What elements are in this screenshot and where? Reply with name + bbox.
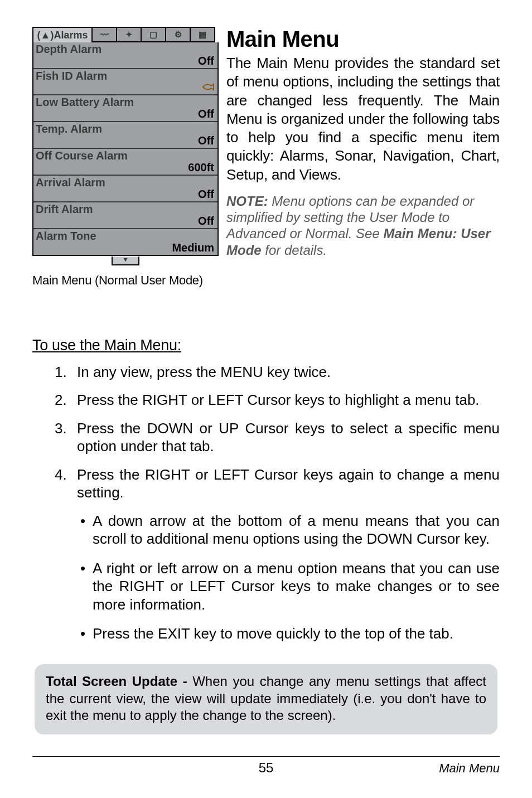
tab-alarms-label: (▲)Alarms	[37, 30, 88, 41]
menu-row-value: 600ft	[36, 162, 214, 173]
menu-row-label: Drift Alarm	[36, 204, 214, 215]
menu-row-alarm-tone[interactable]: Alarm Tone Medium	[33, 229, 217, 255]
bullet-text: A down arrow at the bottom of a menu mea…	[93, 512, 500, 548]
menu-row-label: Off Course Alarm	[36, 150, 214, 162]
bullet-text: Press the EXIT key to move quickly to th…	[93, 625, 500, 643]
step-4-block: Press the RIGHT or LEFT Cursor keys agai…	[77, 466, 500, 654]
step-number: 1.	[55, 363, 77, 381]
step-item: 1.In any view, press the MENU key twice.	[55, 363, 500, 381]
views-icon: ▦	[199, 30, 206, 40]
callout-title: Total Screen Update -	[46, 674, 192, 689]
menu-row-value: Medium	[36, 242, 214, 254]
bullet-item: •A right or left arrow on a menu option …	[77, 559, 500, 614]
page-number: 55	[188, 760, 344, 776]
steps-list: 1.In any view, press the MENU key twice.…	[55, 363, 500, 654]
intro-paragraph: The Main Menu provides the standard set …	[226, 54, 500, 184]
bullet-text: A right or left arrow on a menu option m…	[93, 559, 500, 614]
step-item: 3.Press the DOWN or UP Cursor keys to se…	[55, 419, 500, 456]
bullet-item: •Press the EXIT key to move quickly to t…	[77, 625, 500, 643]
menu-row-value: Off	[36, 55, 214, 67]
alarms-menu: Depth Alarm Off Fish ID Alarm Low Batter…	[32, 42, 219, 256]
menu-row-arrival-alarm[interactable]: Arrival Alarm Off	[33, 176, 217, 202]
tab-chart[interactable]: ▢	[142, 27, 166, 42]
bullet-icon: •	[77, 625, 93, 643]
menu-row-label: Arrival Alarm	[36, 177, 214, 188]
step-text: Press the RIGHT or LEFT Cursor keys agai…	[77, 466, 500, 501]
menu-row-label: Fish ID Alarm	[36, 70, 214, 82]
menu-row-value: Off	[36, 108, 214, 120]
page-title: Main Menu	[226, 27, 500, 52]
menu-row-value: Off	[36, 188, 214, 200]
menu-row-temp-alarm[interactable]: Temp. Alarm Off	[33, 122, 217, 149]
step-text: Press the RIGHT or LEFT Cursor keys to h…	[77, 391, 500, 409]
note-label: NOTE:	[226, 194, 268, 209]
down-arrow-icon: ▾	[112, 257, 139, 265]
menu-row-label: Depth Alarm	[36, 43, 214, 55]
step-item: 4. Press the RIGHT or LEFT Cursor keys a…	[55, 466, 500, 654]
note-paragraph: NOTE: Menu options can be expanded or si…	[226, 193, 500, 258]
fish-icon	[202, 82, 214, 93]
howto-title: To use the Main Menu:	[32, 337, 500, 354]
bullet-icon: •	[77, 559, 93, 614]
menu-row-low-battery-alarm[interactable]: Low Battery Alarm Off	[33, 95, 217, 122]
tab-alarms[interactable]: (▲)Alarms	[32, 27, 93, 42]
menu-row-drift-alarm[interactable]: Drift Alarm Off	[33, 202, 217, 229]
section-label: Main Menu	[344, 761, 500, 776]
tab-sonar[interactable]: 〰	[93, 27, 117, 42]
menu-row-value: Off	[36, 135, 214, 147]
menu-row-label: Low Battery Alarm	[36, 96, 214, 108]
step-text: In any view, press the MENU key twice.	[77, 363, 500, 381]
note-body-b: for details.	[262, 243, 327, 258]
tab-views[interactable]: ▦	[191, 27, 215, 42]
menu-row-depth-alarm[interactable]: Depth Alarm Off	[33, 42, 217, 69]
step-number: 3.	[55, 419, 77, 456]
bullet-icon: •	[77, 512, 93, 548]
setup-icon: ⚙	[175, 30, 182, 40]
menu-row-label: Alarm Tone	[36, 230, 214, 242]
tab-setup[interactable]: ⚙	[166, 27, 191, 42]
chart-icon: ▢	[149, 30, 157, 40]
menu-row-value	[36, 82, 214, 93]
sonar-icon: 〰	[100, 30, 109, 40]
step-text: Press the DOWN or UP Cursor keys to sele…	[77, 419, 500, 456]
menu-caption: Main Menu (Normal User Mode)	[32, 273, 219, 288]
bullets-list: •A down arrow at the bottom of a menu me…	[77, 512, 500, 643]
callout-box: Total Screen Update - When you change an…	[35, 664, 497, 734]
step-number: 4.	[55, 466, 77, 654]
bullet-item: •A down arrow at the bottom of a menu me…	[77, 512, 500, 548]
menu-row-value: Off	[36, 215, 214, 227]
menu-row-label: Temp. Alarm	[36, 123, 214, 135]
menu-row-off-course-alarm[interactable]: Off Course Alarm 600ft	[33, 149, 217, 176]
compass-icon: ✦	[125, 30, 133, 40]
menu-tabstrip: (▲)Alarms 〰 ✦ ▢ ⚙ ▦	[32, 27, 219, 42]
menu-row-fish-id-alarm[interactable]: Fish ID Alarm	[33, 69, 217, 95]
page-footer: 55 Main Menu	[32, 756, 500, 776]
menu-scroll-indicator: ▾	[32, 256, 219, 265]
step-item: 2.Press the RIGHT or LEFT Cursor keys to…	[55, 391, 500, 409]
step-number: 2.	[55, 391, 77, 409]
tab-navigation[interactable]: ✦	[117, 27, 142, 42]
